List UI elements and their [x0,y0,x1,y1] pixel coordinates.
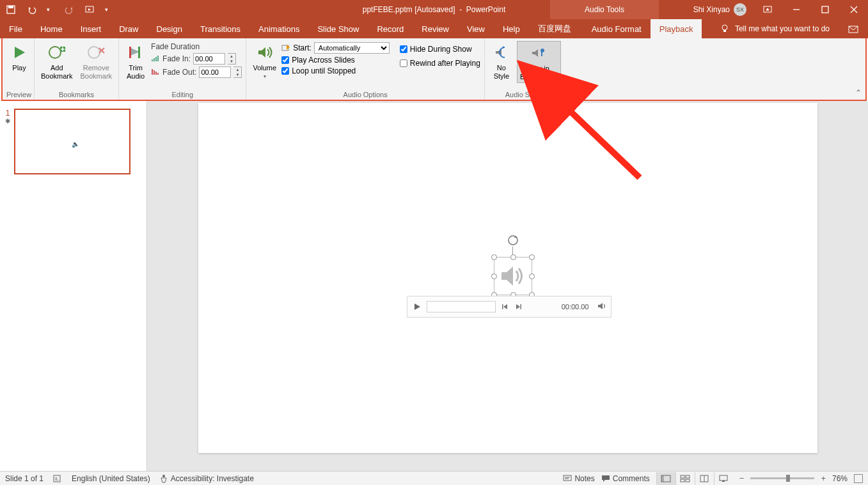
minimize-button[interactable] [782,0,810,19]
svg-rect-5 [822,6,828,13]
group-audio-styles-label: Audio Styles [489,89,561,98]
volume-label: Volume [253,64,276,72]
tab-playback[interactable]: Playback [651,19,702,38]
volume-dropdown-icon: ▾ [264,73,266,80]
svg-rect-23 [157,56,159,61]
start-select[interactable]: Automatically [314,42,390,54]
share-icon[interactable] [848,24,858,33]
filename: pptFEBE.pptm [Autosaved] [363,5,455,14]
speaker-icon [499,262,527,290]
tab-home[interactable]: Home [31,19,72,38]
slide-editor[interactable]: 00:00.00 [147,101,868,471]
zoom-out-button[interactable]: − [739,473,745,483]
add-bookmark-button[interactable]: Add Bookmark [38,41,75,82]
redo-icon[interactable] [63,4,75,15]
tab-animations[interactable]: Animations [249,19,308,38]
slide-thumbnail-panel[interactable]: 1 ✱ 🔈 [0,101,147,471]
quick-access-toolbar: ▾ ▾ [0,4,112,15]
group-editing: Trim Audio Fade Duration Fade In: ▲▼ Fad… [119,38,246,100]
resize-handle[interactable] [529,254,535,260]
play-across-slides-checkbox[interactable]: Play Across Slides [281,56,390,65]
zoom-slider-thumb[interactable] [786,475,790,482]
play-button[interactable]: Play [6,41,32,73]
player-volume-button[interactable] [597,302,607,312]
fade-duration-label: Fade Duration [151,42,242,51]
collapse-ribbon-icon[interactable]: ⌃ [855,88,862,97]
resize-handle[interactable] [529,273,535,279]
normal-view-button[interactable] [656,472,675,485]
accessibility-status[interactable]: Accessibility: Investigate [159,474,254,483]
tab-audio-format[interactable]: Audio Format [583,19,651,38]
player-progress-bar[interactable] [427,301,496,312]
slide-sorter-view-button[interactable] [675,472,695,485]
slideshow-view-button[interactable] [714,472,733,485]
fade-out-label: Fade Out: [162,68,196,77]
svg-rect-26 [155,72,157,75]
close-button[interactable] [839,0,868,19]
loop-until-stopped-checkbox[interactable]: Loop until Stopped [281,66,390,75]
slide-thumbnail-1[interactable]: 1 ✱ 🔈 [5,109,141,174]
maximize-button[interactable] [810,0,839,19]
reading-view-button[interactable] [695,472,714,485]
fade-out-spinner[interactable]: ▲▼ [233,66,242,78]
svg-rect-19 [138,47,140,58]
resize-handle[interactable] [491,254,497,260]
fit-to-window-button[interactable] [854,474,863,483]
tell-me-label: Tell me what you want to do [735,24,830,33]
fade-out-icon [151,69,160,75]
tab-slideshow[interactable]: Slide Show [308,19,368,38]
zoom-level[interactable]: 76% [832,474,848,483]
tab-record[interactable]: Record [368,19,413,38]
slide-canvas[interactable]: 00:00.00 [198,103,817,453]
notes-button[interactable]: Notes [563,474,594,483]
start-from-beginning-icon[interactable] [84,4,96,15]
svg-point-37 [162,475,165,477]
user-avatar: SX [734,3,746,16]
rewind-after-playing-checkbox[interactable]: Rewind after Playing [400,59,480,68]
tab-transitions[interactable]: Transitions [191,19,249,38]
group-audio-options-label: Audio Options [250,89,480,98]
play-in-background-button[interactable]: Play in Background [517,41,561,83]
volume-button[interactable]: Volume ▾ [250,41,279,81]
rotate-handle-icon[interactable] [507,234,519,247]
tell-me-search[interactable]: Tell me what you want to do [720,24,830,34]
tab-help[interactable]: Help [494,19,529,38]
fade-in-icon [151,56,160,62]
title-bar: ▾ ▾ pptFEBE.pptm [Autosaved] - PowerPoin… [0,0,868,19]
comments-button[interactable]: Comments [601,474,650,483]
user-info[interactable]: Shi Xinyao SX [687,3,753,16]
undo-icon[interactable] [26,4,38,15]
fade-in-input[interactable] [193,53,225,65]
undo-dropdown-icon[interactable]: ▾ [42,4,54,15]
play-in-background-label: Play in Background [520,65,558,81]
tab-draw[interactable]: Draw [110,19,147,38]
fade-out-input[interactable] [199,66,231,78]
tab-review[interactable]: Review [413,19,458,38]
tab-design[interactable]: Design [148,19,191,38]
fade-in-spinner[interactable]: ▲▼ [228,53,236,65]
language-status[interactable]: English (United States) [72,474,150,483]
slide-counter[interactable]: Slide 1 of 1 [5,474,43,483]
no-style-button[interactable]: No Style [489,41,514,82]
notes-icon [563,475,572,482]
resize-handle[interactable] [510,254,516,260]
no-style-icon [491,42,512,63]
save-icon[interactable] [5,4,17,15]
trim-audio-button[interactable]: Trim Audio [123,41,148,82]
player-skip-forward-button[interactable] [514,302,524,312]
hide-during-show-checkbox[interactable]: Hide During Show [400,45,480,54]
tab-insert[interactable]: Insert [72,19,111,38]
zoom-in-button[interactable]: + [821,473,826,483]
player-play-button[interactable] [411,301,423,312]
ribbon-display-options-icon[interactable] [753,0,782,19]
player-skip-back-button[interactable] [500,302,510,312]
slide-number: 1 [6,109,10,118]
zoom-slider[interactable] [750,477,814,479]
qat-customize-icon[interactable]: ▾ [100,4,112,15]
resize-handle[interactable] [491,273,497,279]
slide-thumbnail[interactable]: 🔈 [14,109,130,174]
spellcheck-icon[interactable]: lL [52,474,63,483]
tab-baidu[interactable]: 百度网盘 [529,19,580,38]
tab-file[interactable]: File [0,19,31,38]
tab-view[interactable]: View [458,19,494,38]
